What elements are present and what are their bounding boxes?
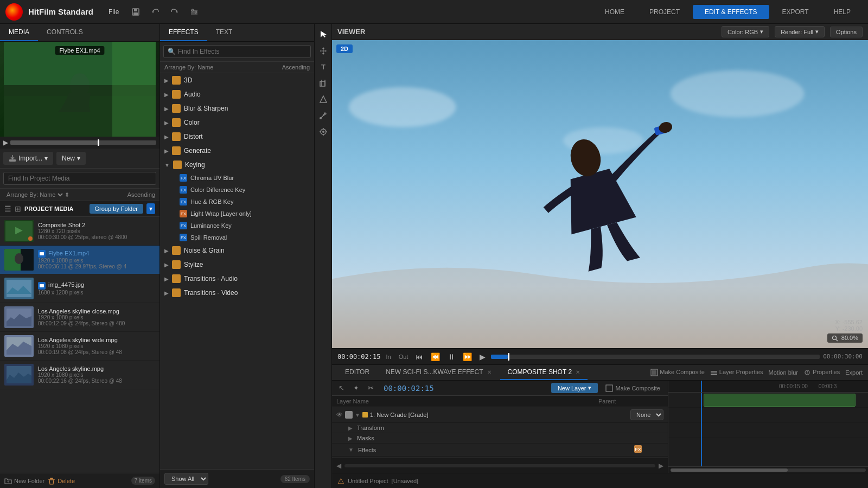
tab-close-icon[interactable]: ✕ (576, 369, 580, 375)
tab-media[interactable]: MEDIA (0, 24, 38, 41)
file-menu[interactable]: File (104, 6, 123, 18)
tab-home[interactable]: HOME (593, 5, 636, 19)
step-forward-button[interactable]: ⏩ (461, 351, 474, 362)
import-button[interactable]: Import... ▾ (3, 152, 53, 165)
go-to-start-button[interactable]: ⏮ (413, 351, 425, 362)
zoom-in-icon[interactable]: ◀ (336, 462, 341, 470)
sub-row-effects[interactable]: ▼ Effects FX (332, 444, 668, 457)
timeline-playhead[interactable] (701, 381, 702, 392)
group-by-dropdown-icon[interactable]: ▾ (146, 203, 155, 214)
media-name: Composite Shot 2 (38, 222, 155, 228)
preview-play-btn[interactable]: ▶ (3, 139, 8, 146)
category-icon (172, 274, 181, 283)
layer-properties-button[interactable]: Layer Properties (710, 369, 763, 376)
list-view-icon[interactable]: ☰ (4, 204, 11, 213)
tab-composite[interactable]: COMPOSITE SHOT 2 ✕ (500, 365, 588, 380)
viewer-progress-bar[interactable] (491, 355, 820, 359)
color-rgb-button[interactable]: Color: RGB ▾ (722, 26, 769, 37)
options-button[interactable]: Options (830, 27, 863, 37)
list-item[interactable]: ▶ Composite Shot 2 1280 x 720 pixels 00:… (0, 217, 159, 246)
chevron-right-icon: ▶ (164, 276, 169, 282)
export-button[interactable]: Export (845, 369, 863, 376)
pause-button[interactable]: ⏸ (445, 351, 457, 362)
tab-project[interactable]: PROJECT (637, 5, 692, 19)
category-blur: ▶ Blur & Sharpen (160, 101, 314, 115)
tab-text[interactable]: TEXT (207, 24, 241, 41)
step-back-button[interactable]: ⏪ (429, 351, 442, 362)
tab-edit[interactable]: EDIT & EFFECTS (693, 5, 769, 19)
effects-search-input[interactable] (163, 45, 311, 58)
delete-button[interactable]: Delete (48, 477, 75, 485)
svg-rect-40 (320, 81, 325, 86)
timeline-scroll-track[interactable] (671, 468, 866, 472)
in-button[interactable]: In (384, 352, 393, 361)
save-icon[interactable] (129, 5, 143, 19)
tab-help[interactable]: HELP (822, 5, 863, 19)
tab-controls[interactable]: CONTROLS (38, 24, 92, 41)
timeline-scroll-thumb[interactable] (671, 468, 788, 472)
timeline-clip[interactable] (704, 394, 856, 407)
group-by-button[interactable]: Group by Folder (90, 204, 143, 214)
list-item[interactable]: Los Angeles skyline.mpg 1920 x 1080 pixe… (0, 361, 159, 389)
tab-scifi[interactable]: NEW SCI-FI S...KWAVE EFFECT ✕ (378, 365, 499, 380)
effect-spill-removal[interactable]: FX Spill Removal (160, 232, 314, 243)
parent-select[interactable]: None (630, 409, 663, 420)
arrange-by-select[interactable]: Arrange By: Name (4, 191, 65, 198)
list-item[interactable]: Flybe EX1.mp4 1920 x 1080 pixels 00:00:3… (0, 246, 159, 274)
media-search-input[interactable] (3, 172, 156, 185)
crop-tool[interactable] (316, 76, 330, 90)
preview-timeline[interactable] (10, 140, 156, 145)
tab-export[interactable]: EXPORT (770, 5, 821, 19)
list-item[interactable]: img_4475.jpg 1600 x 1200 pixels (0, 274, 159, 303)
editor-header-right: Make Composite Layer Properties Motion b… (650, 369, 863, 376)
effect-luminance-key[interactable]: FX Luminance Key (160, 220, 314, 232)
tracker-tool[interactable] (316, 125, 330, 139)
category-icon (173, 160, 182, 169)
dropdown-icon: ▾ (760, 28, 763, 35)
render-full-button[interactable]: Render: Full ▾ (775, 26, 825, 37)
layer-expand-icon[interactable]: ▼ (355, 412, 360, 418)
razor-tool[interactable]: ✂ (366, 383, 376, 393)
sub-row-transform[interactable]: ▶ Transform (332, 423, 668, 433)
list-item[interactable]: Los Angeles skyline close.mpg 1920 x 108… (0, 303, 159, 332)
properties-button[interactable]: Properties (803, 369, 840, 376)
new-layer-button[interactable]: New Layer ▾ (551, 383, 598, 393)
motion-blur-button[interactable]: Motion blur (769, 369, 798, 376)
text-tool[interactable]: T (316, 60, 330, 74)
svg-rect-64 (711, 374, 717, 375)
redo-icon[interactable] (168, 5, 182, 19)
mask-tool[interactable] (316, 92, 330, 106)
undo-icon[interactable] (148, 5, 162, 19)
effect-hue-rgb-key[interactable]: FX Hue & RGB Key (160, 196, 314, 208)
effect-light-wrap[interactable]: FX Light Wrap [Layer only] (160, 208, 314, 220)
category-label: Color (184, 119, 200, 126)
list-item[interactable]: Los Angeles skyline wide.mpg 1920 x 1080… (0, 332, 159, 361)
tab-close-icon[interactable]: ✕ (487, 369, 492, 375)
make-composite-action[interactable]: Make Composite (602, 383, 663, 393)
tab-editor[interactable]: EDITOR (337, 365, 377, 380)
svg-text:+: + (7, 479, 10, 484)
timeline-playhead-track[interactable] (701, 393, 702, 466)
grid-view-icon[interactable]: ⊞ (15, 204, 21, 213)
zoom-out-icon[interactable]: ▶ (659, 462, 663, 470)
effect-chroma-uv-blur[interactable]: FX Chroma UV Blur (160, 172, 314, 184)
select-tool[interactable] (316, 27, 330, 41)
new-media-button[interactable]: New ▾ (56, 152, 86, 165)
sub-row-masks[interactable]: ▶ Masks (332, 433, 668, 444)
zoom-slider[interactable] (344, 464, 655, 467)
move-tool[interactable]: ✦ (351, 383, 361, 393)
play-button[interactable]: ▶ (477, 351, 488, 362)
new-folder-button[interactable]: + New Folder (4, 477, 44, 485)
out-button[interactable]: Out (397, 352, 411, 361)
options-icon[interactable] (187, 5, 201, 19)
show-all-select[interactable]: Show All (164, 473, 208, 485)
pen-tool[interactable] (316, 108, 330, 123)
tab-effects[interactable]: EFFECTS (160, 24, 207, 41)
layer-visibility-icon[interactable]: 👁 (336, 411, 343, 419)
effect-color-difference-key[interactable]: FX Color Difference Key (160, 184, 314, 196)
make-composite-button[interactable]: Make Composite (650, 369, 705, 376)
items-count-badge: 7 items (131, 477, 155, 485)
layer-row[interactable]: 👁 ▼ 1. New Grade [Grade] None (332, 407, 668, 423)
move-tool[interactable] (316, 43, 330, 57)
select-tool[interactable]: ↖ (336, 383, 347, 393)
